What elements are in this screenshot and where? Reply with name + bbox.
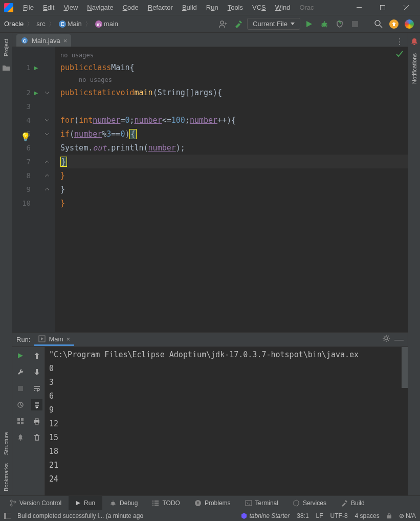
- menu-tools[interactable]: Tools: [223, 2, 248, 13]
- run-button[interactable]: [302, 17, 316, 31]
- btab-todo[interactable]: TODO: [145, 496, 187, 510]
- close-button[interactable]: [394, 0, 418, 15]
- lightbulb-icon[interactable]: 💡: [20, 132, 31, 142]
- layout-button[interactable]: [15, 416, 26, 427]
- hammer-button[interactable]: [232, 17, 245, 31]
- run-hide-button[interactable]: —: [394, 334, 404, 345]
- run-gutter-icon[interactable]: ▶: [34, 89, 42, 97]
- stop-button[interactable]: [348, 17, 362, 31]
- breadcrumb-method[interactable]: main: [104, 20, 118, 28]
- menu-window[interactable]: Wind: [271, 2, 295, 13]
- updates-button[interactable]: [387, 17, 401, 31]
- wrench-button[interactable]: [15, 366, 26, 378]
- fold-icon[interactable]: [42, 90, 52, 95]
- right-rail: Notifications: [408, 33, 420, 495]
- status-caret[interactable]: 38:1: [297, 512, 308, 519]
- fold-end-icon[interactable]: [42, 187, 52, 192]
- code-line: }: [60, 196, 408, 210]
- menu-refactor[interactable]: Refactor: [143, 2, 178, 13]
- title-bar: File Edit View Navigate Code Refactor Bu…: [0, 0, 420, 15]
- run-header: Run: Main × —: [12, 333, 408, 347]
- code-line: }: [60, 182, 408, 196]
- wrap-button[interactable]: [31, 383, 42, 394]
- fold-end-icon[interactable]: [42, 173, 52, 178]
- toolwin-icon[interactable]: [4, 513, 11, 519]
- fold-icon[interactable]: [42, 118, 52, 123]
- stop-button2[interactable]: [15, 383, 26, 394]
- svg-point-9: [375, 20, 380, 26]
- scroll-end-button[interactable]: [31, 399, 42, 410]
- btab-services[interactable]: Services: [285, 496, 334, 510]
- btab-terminal[interactable]: Terminal: [238, 496, 285, 510]
- breadcrumb-class[interactable]: Main: [68, 20, 82, 28]
- menu-build[interactable]: Build: [178, 2, 202, 13]
- plugin-button[interactable]: [403, 17, 416, 31]
- btab-problems[interactable]: Problems: [187, 496, 238, 510]
- folder-icon[interactable]: [1, 62, 11, 73]
- debug-button[interactable]: [318, 17, 331, 31]
- tabnine-status[interactable]: tabnine Starter: [240, 512, 290, 519]
- usage-hint[interactable]: no usages: [60, 50, 408, 60]
- menu-vcs[interactable]: VCS: [248, 2, 271, 13]
- minimize-button[interactable]: [347, 0, 371, 15]
- search-button[interactable]: [372, 17, 385, 31]
- line-number: 3: [12, 102, 34, 111]
- left-rail: Project Structure Bookmarks: [0, 33, 12, 495]
- status-lock[interactable]: [387, 513, 392, 519]
- tab-close-button[interactable]: ×: [63, 37, 68, 45]
- file-tab-main[interactable]: C Main.java ×: [16, 34, 71, 47]
- down-button[interactable]: [31, 366, 42, 378]
- svg-point-23: [10, 500, 12, 502]
- status-encoding[interactable]: UTF-8: [330, 512, 348, 519]
- tab-menu-button[interactable]: ⋮: [391, 37, 408, 47]
- editor-body[interactable]: 1▶ 2▶ 3 4 5 6 7 8 9 10 no usages public …: [12, 47, 408, 332]
- btab-build[interactable]: Build: [334, 496, 372, 510]
- menu-code[interactable]: Code: [118, 2, 143, 13]
- menu-file[interactable]: File: [18, 2, 38, 13]
- dump-button[interactable]: [15, 399, 26, 410]
- run-config-dropdown[interactable]: Current File: [247, 18, 300, 30]
- menu-run[interactable]: Run: [202, 2, 223, 13]
- breadcrumb-project[interactable]: Oracle: [4, 20, 24, 28]
- menu-view[interactable]: View: [59, 2, 82, 13]
- breadcrumb-src[interactable]: src: [36, 20, 45, 28]
- rail-notifications[interactable]: Notifications: [411, 49, 417, 88]
- run-settings-button[interactable]: [382, 334, 390, 345]
- trash-icon: [34, 434, 40, 441]
- bell-icon[interactable]: [409, 37, 419, 47]
- clear-button[interactable]: [31, 432, 42, 443]
- usage-hint[interactable]: no usages: [60, 74, 408, 85]
- menu-oracle[interactable]: Orac: [295, 2, 318, 13]
- rail-bookmarks[interactable]: Bookmarks: [3, 459, 9, 495]
- scrollbar[interactable]: [402, 347, 408, 388]
- run-tab-close[interactable]: ×: [67, 335, 71, 343]
- menu-edit[interactable]: Edit: [38, 2, 59, 13]
- line-number: 6: [12, 144, 34, 152]
- up-button[interactable]: [31, 350, 42, 361]
- run-gutter-icon[interactable]: ▶: [34, 63, 42, 72]
- status-lf[interactable]: LF: [316, 512, 323, 519]
- bottom-tabs: Version Control Run Debug TODO Problems …: [0, 495, 420, 510]
- check-icon[interactable]: [395, 50, 404, 58]
- print-button[interactable]: [31, 416, 42, 427]
- pin-button[interactable]: [15, 432, 26, 443]
- btab-vcs[interactable]: Version Control: [2, 496, 69, 510]
- code-area[interactable]: no usages public class Main { no usages …: [55, 47, 408, 332]
- user-add-button[interactable]: [216, 17, 230, 31]
- search-icon: [374, 20, 383, 28]
- status-readonly[interactable]: ⊘ N/A: [399, 512, 416, 519]
- coverage-button[interactable]: [333, 17, 346, 31]
- menu-navigate[interactable]: Navigate: [82, 2, 118, 13]
- fold-end-icon[interactable]: [42, 159, 52, 164]
- btab-debug[interactable]: Debug: [102, 496, 145, 510]
- status-indent[interactable]: 4 spaces: [355, 512, 380, 519]
- console-output[interactable]: "C:\Program Files\Eclipse Adoptium\jdk-1…: [45, 347, 408, 495]
- svg-text:m: m: [97, 22, 101, 27]
- rail-structure[interactable]: Structure: [3, 428, 9, 459]
- run-tab-main[interactable]: Main ×: [34, 334, 74, 346]
- maximize-button[interactable]: [371, 0, 394, 15]
- rail-project[interactable]: Project: [3, 35, 9, 60]
- fold-icon[interactable]: [42, 132, 52, 137]
- btab-run[interactable]: Run: [69, 496, 102, 510]
- rerun-button[interactable]: [15, 350, 26, 361]
